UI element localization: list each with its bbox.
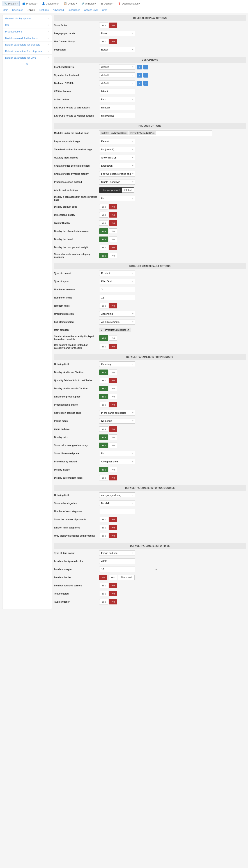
select-char-dyn[interactable]: For two characteristics and <box>99 171 135 177</box>
select-price-method[interactable]: Cheapest price <box>99 459 135 464</box>
add-icon[interactable]: + <box>144 65 148 69</box>
tab-main[interactable]: Main <box>3 8 8 11</box>
toggle-random[interactable]: YesNo <box>99 303 117 308</box>
input-btn-css[interactable] <box>99 89 135 94</box>
select-ordering[interactable]: Ordering <box>99 362 135 367</box>
select-layout[interactable]: Default <box>99 138 135 144</box>
toggle-link-main[interactable]: YesNo <box>99 525 117 530</box>
toggle-price[interactable]: YesNo <box>99 434 117 440</box>
toggle-zoom[interactable]: YesNo <box>99 426 117 432</box>
select-qty[interactable]: Show HTML5 <box>99 155 135 160</box>
toggle-unit-weight[interactable]: YesNo <box>99 245 117 250</box>
chevron-right-icon: › <box>48 18 49 20</box>
chip-main-cat[interactable]: 2 – Product Categories ✕ <box>99 328 131 332</box>
toggle-only-prod[interactable]: YesNo <box>99 533 117 538</box>
tab-checkout[interactable]: Checkout <box>12 8 23 11</box>
select-content-page[interactable]: In the same categories <box>99 410 135 415</box>
toggle-chosen[interactable]: YesNo <box>99 39 117 44</box>
input-num-sub[interactable] <box>99 508 135 514</box>
add-icon[interactable]: + <box>144 81 148 86</box>
select-pagination[interactable]: Bottom <box>99 47 135 52</box>
edit-icon[interactable]: ✎ <box>136 73 142 78</box>
toggle-badge[interactable]: YesNo <box>99 467 117 472</box>
tab-display[interactable]: Display <box>27 8 35 11</box>
tab-advanced[interactable]: Advanced <box>53 8 64 11</box>
select-be-css[interactable]: default <box>99 81 135 86</box>
input-margin[interactable] <box>99 566 135 572</box>
sidebar-item[interactable]: Product options› <box>2 28 52 35</box>
toggle-add-cart[interactable]: YesNo <box>99 370 117 375</box>
toggle-shortcuts[interactable]: YesNo <box>99 253 117 258</box>
sidebar-item[interactable]: Default parameters for categories› <box>2 48 52 55</box>
toggle-num-prod[interactable]: YesNo <box>99 517 117 522</box>
sidebar-item[interactable]: General display options› <box>2 15 52 22</box>
edit-icon[interactable]: ✎ <box>136 65 142 69</box>
add-icon[interactable]: + <box>144 73 148 78</box>
tab-languages[interactable]: Languages <box>68 8 80 11</box>
segment-add-cart[interactable]: One per productGlobal <box>99 187 134 193</box>
menu-customers[interactable]: 👤 Customers ▾ <box>40 1 61 6</box>
toggle-custom[interactable]: YesNo <box>99 475 117 480</box>
toggle-details[interactable]: YesNo <box>99 402 117 407</box>
sidebar-item[interactable]: CSS› <box>2 22 52 28</box>
input-bg[interactable] <box>99 558 135 564</box>
select-contact[interactable]: No <box>99 196 135 201</box>
sidebar-item[interactable]: Modules main default options› <box>2 35 52 41</box>
select-sub-filter[interactable]: All sub elements <box>99 319 135 324</box>
menu-system[interactable]: 🔧 System ▾ <box>2 1 20 6</box>
menu-affiliates[interactable]: 🔗 Affiliates ▾ <box>80 1 98 6</box>
tags-modules[interactable]: Related Products (386) ×Recently Viewed … <box>99 130 212 136</box>
toggle-code[interactable]: YesNo <box>99 204 117 210</box>
toggle-dims[interactable]: YesNo <box>99 212 117 218</box>
menu-documentation[interactable]: ❓ Documentation ▾ <box>116 1 142 6</box>
tab-features[interactable]: Features <box>39 8 49 11</box>
caret-icon: ▾ <box>113 2 114 4</box>
menu-products[interactable]: 👥 Products ▾ <box>21 1 39 6</box>
select-cat-ordering[interactable]: category_ordering <box>99 492 135 498</box>
sidebar-item[interactable]: Default parameters for products› <box>2 41 52 48</box>
input-extra-wish[interactable] <box>99 113 135 118</box>
toggle-heading[interactable]: YesNo <box>99 344 117 349</box>
toggle-weight[interactable]: YesNo <box>99 220 117 226</box>
toggle-show-footer[interactable]: YesNo <box>99 23 117 28</box>
toggle-brand[interactable]: YesNo <box>99 237 117 242</box>
tab-cron[interactable]: Cron <box>102 8 107 11</box>
toggle-link[interactable]: YesNo <box>99 394 117 399</box>
menu-icon: 👥 <box>22 2 26 5</box>
toggle-add-wish[interactable]: YesNo <box>99 386 117 391</box>
select-prod-sel[interactable]: Single Dropdown <box>99 179 135 185</box>
input-cols[interactable] <box>99 287 135 292</box>
label: Item box margin <box>54 568 99 571</box>
toggle-border[interactable]: NoYesThumbnail <box>99 575 134 580</box>
select-action-btn[interactable]: Link <box>99 97 135 102</box>
edit-icon[interactable]: ✎ <box>136 81 142 86</box>
select-fe-css[interactable]: default <box>99 64 135 70</box>
menu-orders[interactable]: 📋 Orders ▾ <box>62 1 79 6</box>
menu-display[interactable]: 🖥 Display ▾ <box>99 1 115 6</box>
toggle-centered[interactable]: YesNo <box>99 591 117 596</box>
sidebar-collapse-icon[interactable]: ⊖ <box>2 61 52 67</box>
section-title: GENERAL DISPLAY OPTIONS <box>54 15 246 21</box>
toggle-qty-field[interactable]: YesNo <box>99 378 117 383</box>
select-popup[interactable]: No popup <box>99 418 135 424</box>
select-char-sel[interactable]: Dropdown <box>99 163 135 168</box>
toggle-rounded[interactable]: YesNo <box>99 583 117 588</box>
select-fe-styles[interactable]: default <box>99 72 135 78</box>
select-div-layout[interactable]: Image and title <box>99 550 135 556</box>
select-discount[interactable]: No <box>99 451 135 456</box>
select-show-sub[interactable]: No child <box>99 500 135 506</box>
toggle-orig-cur[interactable]: YesNo <box>99 442 117 448</box>
label: Link to the product page <box>54 395 99 398</box>
input-items[interactable] <box>99 295 135 300</box>
select-layout-type[interactable]: Div / Grid <box>99 279 135 284</box>
select-thumbs[interactable]: No (default) <box>99 147 135 152</box>
sidebar-item[interactable]: Default parameters for DIVs› <box>2 55 52 61</box>
tab-access-level[interactable]: Access level <box>84 8 98 11</box>
toggle-sync[interactable]: YesNo <box>99 335 117 341</box>
toggle-switcher[interactable]: YesNo <box>99 599 117 604</box>
toggle-char-name[interactable]: YesNo <box>99 228 117 234</box>
select-order-dir[interactable]: Ascending <box>99 311 135 316</box>
select-image-popup[interactable]: None <box>99 31 135 36</box>
select-content-type[interactable]: Product <box>99 271 135 276</box>
input-extra-cart[interactable] <box>99 105 135 110</box>
